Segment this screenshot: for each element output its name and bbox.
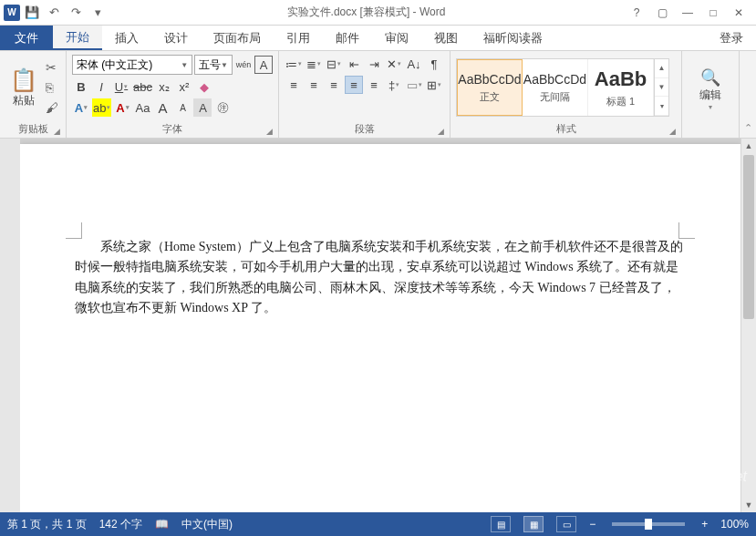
italic-button[interactable]: I [92, 77, 110, 96]
increase-indent-icon[interactable]: ⇥ [365, 55, 383, 73]
crop-mark-tl [66, 222, 82, 239]
styles-launcher-icon[interactable]: ◢ [669, 127, 676, 136]
cut-icon[interactable]: ✂ [44, 58, 60, 77]
clipboard-launcher-icon[interactable]: ◢ [54, 127, 60, 136]
status-bar: 第 1 页，共 1 页 142 个字 📖 中文(中国) ▤ ▦ ▭ − + 10… [0, 512, 756, 536]
style-expand-icon[interactable]: ▾ [655, 97, 668, 116]
zoom-slider[interactable] [612, 522, 685, 526]
shading-icon[interactable]: ▭▾ [405, 76, 423, 94]
redo-icon[interactable]: ↷ [66, 3, 86, 23]
status-proofing-icon[interactable]: 📖 [155, 518, 169, 531]
font-size-combo[interactable]: 五号▼ [194, 55, 233, 75]
asian-layout-icon[interactable]: ✕▾ [385, 55, 403, 73]
line-spacing-icon[interactable]: ‡▾ [385, 76, 403, 94]
undo-icon[interactable]: ↶ [44, 3, 64, 23]
font-name-combo[interactable]: 宋体 (中文正文)▼ [72, 55, 192, 75]
tab-review[interactable]: 审阅 [372, 26, 421, 50]
style-scroll-up-icon[interactable]: ▲ [655, 59, 668, 78]
tab-design[interactable]: 设计 [151, 26, 201, 50]
tab-foxit[interactable]: 福昕阅读器 [471, 26, 555, 50]
style-normal[interactable]: AaBbCcDd 正文 [457, 59, 523, 116]
save-icon[interactable]: 💾 [22, 3, 42, 23]
align-right-icon[interactable]: ≡ [325, 76, 343, 94]
underline-button[interactable]: U▾ [112, 77, 130, 96]
shrink-font-button[interactable]: A [173, 98, 192, 117]
format-painter-icon[interactable]: 🖌 [44, 98, 60, 117]
highlight-button[interactable]: ab▾ [92, 98, 111, 117]
quick-access-toolbar: W 💾 ↶ ↷ ▾ [0, 3, 108, 23]
ribbon: 📋 粘贴 ✂ ⎘ 🖌 剪贴板◢ 宋体 (中文正文)▼ 五号▼ wén A B I… [0, 51, 756, 139]
zoom-slider-thumb[interactable] [645, 519, 652, 530]
status-page[interactable]: 第 1 页，共 1 页 [7, 517, 87, 532]
close-icon[interactable]: ✕ [727, 3, 751, 23]
align-left-icon[interactable]: ≡ [285, 76, 303, 94]
help-icon[interactable]: ? [625, 3, 648, 23]
show-marks-icon[interactable]: ¶ [425, 55, 443, 73]
strikethrough-button[interactable]: abc [132, 77, 153, 96]
enclose-char-icon[interactable]: ㊟ [213, 98, 232, 117]
font-color-button[interactable]: A▾ [113, 98, 131, 117]
multilevel-list-icon[interactable]: ⊟▾ [325, 55, 343, 73]
tab-insert[interactable]: 插入 [102, 26, 151, 50]
align-justify-icon[interactable]: ≡ [345, 76, 363, 94]
tab-view[interactable]: 视图 [421, 26, 471, 50]
font-launcher-icon[interactable]: ◢ [266, 127, 273, 136]
paragraph-launcher-icon[interactable]: ◢ [438, 127, 444, 136]
align-distribute-icon[interactable]: ≡ [365, 76, 383, 94]
change-case-button[interactable]: Aa [133, 98, 151, 117]
document-page[interactable]: 系统之家（Home System）广义上包含了电脑系统安装和手机系统安装，在之前… [20, 144, 740, 512]
word-app-icon: W [4, 5, 20, 21]
style-no-spacing[interactable]: AaBbCcDd 无间隔 [523, 59, 588, 116]
maximize-icon[interactable]: □ [701, 3, 725, 23]
editing-button[interactable]: 🔍 编辑 ▾ [688, 55, 733, 123]
superscript-button[interactable]: x² [175, 77, 193, 96]
zoom-in-icon[interactable]: + [701, 518, 708, 531]
bullets-icon[interactable]: ≔▾ [285, 55, 303, 73]
tab-home[interactable]: 开始 [53, 26, 102, 50]
scroll-thumb[interactable] [743, 155, 754, 319]
group-paragraph: ≔▾ ≣▾ ⊟▾ ⇤ ⇥ ✕▾ A↓ ¶ ≡ ≡ ≡ ≡ ≡ ‡▾ ▭▾ ⊞▾ … [279, 51, 450, 138]
ribbon-tabs: 文件 开始 插入 设计 页面布局 引用 邮件 审阅 视图 福昕阅读器 登录 [0, 26, 756, 51]
scroll-down-icon[interactable]: ▼ [741, 498, 756, 512]
grow-font-button[interactable]: A [153, 98, 171, 117]
style-scroll-down-icon[interactable]: ▼ [655, 78, 668, 98]
ribbon-display-options-icon[interactable]: ▢ [650, 3, 674, 23]
view-web-icon[interactable]: ▭ [556, 516, 576, 532]
paste-button[interactable]: 📋 粘贴 [5, 55, 42, 120]
align-center-icon[interactable]: ≡ [305, 76, 323, 94]
phonetic-guide-icon[interactable]: wén [234, 56, 253, 74]
status-language[interactable]: 中文(中国) [181, 517, 233, 532]
tab-layout[interactable]: 页面布局 [201, 26, 274, 50]
scroll-up-icon[interactable]: ▲ [741, 139, 756, 153]
qat-customize-icon[interactable]: ▾ [88, 3, 108, 23]
text-effects-button[interactable]: A▾ [72, 98, 90, 117]
body-paragraph[interactable]: 系统之家（Home System）广义上包含了电脑系统安装和手机系统安装，在之前… [75, 237, 686, 319]
minimize-icon[interactable]: — [676, 3, 699, 23]
style-heading1[interactable]: AaBb 标题 1 [588, 59, 654, 116]
collapse-ribbon-icon[interactable]: ⌃ [740, 51, 756, 138]
char-shading-icon[interactable]: A [193, 98, 212, 117]
numbering-icon[interactable]: ≣▾ [305, 55, 323, 73]
bold-button[interactable]: B [72, 77, 90, 96]
window-controls: ? ▢ — □ ✕ [625, 3, 756, 23]
page-scroll[interactable]: 系统之家（Home System）广义上包含了电脑系统安装和手机系统安装，在之前… [20, 139, 740, 512]
decrease-indent-icon[interactable]: ⇤ [345, 55, 363, 73]
tab-file[interactable]: 文件 [0, 26, 53, 50]
copy-icon[interactable]: ⎘ [44, 78, 60, 97]
subscript-button[interactable]: x₂ [155, 77, 173, 96]
document-area: 系统之家（Home System）广义上包含了电脑系统安装和手机系统安装，在之前… [0, 139, 756, 512]
view-print-icon[interactable]: ▦ [523, 516, 544, 532]
borders-icon[interactable]: ⊞▾ [425, 76, 443, 94]
zoom-level[interactable]: 100% [720, 518, 749, 531]
status-word-count[interactable]: 142 个字 [99, 517, 142, 532]
vertical-scrollbar[interactable]: ▲ ▼ [740, 139, 756, 512]
zoom-out-icon[interactable]: − [589, 518, 595, 531]
view-read-icon[interactable]: ▤ [491, 516, 511, 532]
sort-icon[interactable]: A↓ [405, 55, 423, 73]
tab-mailings[interactable]: 邮件 [323, 26, 372, 50]
tab-references[interactable]: 引用 [274, 26, 323, 50]
sign-in-button[interactable]: 登录 [707, 26, 756, 50]
clear-format-icon[interactable]: ◆ [195, 77, 213, 96]
find-icon: 🔍 [700, 67, 720, 88]
char-border-icon[interactable]: A [254, 56, 273, 74]
